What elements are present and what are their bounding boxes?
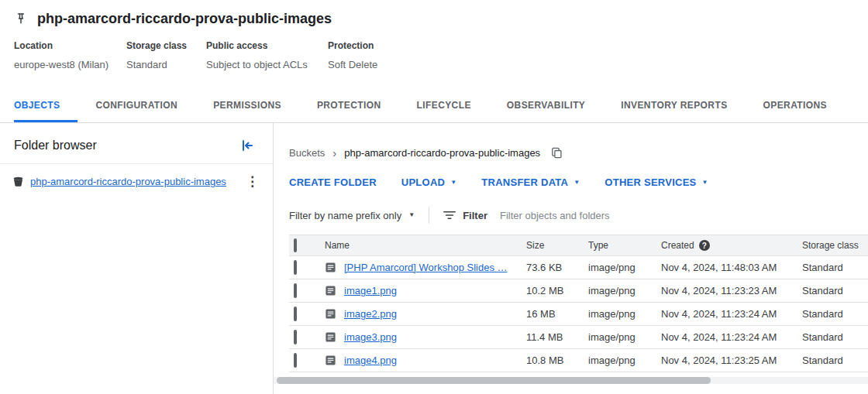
bucket-header: php-amarcord-riccardo-prova-public-image… [0, 0, 868, 91]
vertical-divider [429, 207, 429, 224]
row-checkbox[interactable] [294, 353, 297, 368]
meta-value: Soft Delete [328, 59, 377, 70]
filter-scope-label: Filter by name prefix only [289, 210, 401, 221]
table-row: image4.png 10.8 MB image/png Nov 4, 2024… [289, 349, 868, 372]
filter-scope-dropdown[interactable]: Filter by name prefix only ▼ [289, 210, 415, 221]
collapse-sidebar-icon[interactable] [240, 139, 254, 152]
object-link[interactable]: image3.png [344, 331, 397, 343]
meta-public-access: Public access Subject to object ACLs [206, 40, 328, 70]
table-row: image2.png 16 MB image/png Nov 4, 2024, … [289, 303, 868, 326]
column-header-created: Created [661, 240, 694, 251]
object-link[interactable]: [PHP Amarcord] Workshop Slides … [344, 262, 508, 273]
breadcrumb-buckets-link[interactable]: Buckets [289, 147, 325, 159]
object-storage-class: Standard [802, 308, 868, 320]
select-all-checkbox[interactable] [294, 238, 297, 252]
create-folder-button[interactable]: CREATE FOLDER [289, 176, 377, 188]
bucket-details-page: php-amarcord-riccardo-prova-public-image… [0, 0, 868, 394]
object-size: 16 MB [526, 308, 588, 320]
object-created: Nov 4, 2024, 11:23:24 AM [661, 308, 802, 320]
object-created: Nov 4, 2024, 11:48:03 AM [661, 262, 802, 273]
folder-browser-panel: Folder browser php-amarcor [0, 123, 274, 394]
transfer-data-label: TRANSFER DATA [481, 176, 568, 188]
meta-value: Standard [126, 59, 206, 70]
chevron-down-icon: ▼ [450, 180, 456, 186]
horizontal-scrollbar-thumb[interactable] [277, 377, 711, 384]
bucket-overflow-menu-icon[interactable]: ⋮ [243, 173, 262, 190]
other-services-button[interactable]: OTHER SERVICES ▼ [604, 176, 708, 188]
object-size: 73.6 KB [526, 262, 588, 273]
objects-table: Name Size Type Created ? Storage class [289, 235, 868, 372]
row-checkbox[interactable] [294, 330, 297, 344]
object-link[interactable]: image2.png [344, 308, 397, 320]
transfer-data-button[interactable]: TRANSFER DATA ▼ [481, 176, 580, 188]
object-storage-class: Standard [802, 355, 868, 366]
tab-operations[interactable]: OPERATIONS [746, 91, 845, 122]
tab-observability[interactable]: OBSERVABILITY [489, 91, 603, 122]
meta-label: Protection [328, 40, 377, 51]
breadcrumb: Buckets › php-amarcord-riccardo-prova-pu… [289, 146, 868, 159]
object-size: 10.2 MB [526, 285, 588, 296]
object-type: image/png [588, 355, 661, 366]
meta-value: Subject to object ACLs [206, 59, 328, 70]
tab-objects[interactable]: OBJECTS [14, 91, 78, 122]
object-size: 10.8 MB [526, 355, 588, 366]
bucket-tree-link[interactable]: php-amarcord-riccardo-prova-public-image… [30, 176, 236, 187]
other-services-label: OTHER SERVICES [604, 176, 696, 188]
row-checkbox[interactable] [294, 283, 297, 298]
meta-label: Location [14, 40, 126, 51]
upload-button[interactable]: UPLOAD ▼ [401, 176, 457, 188]
bucket-icon [12, 176, 24, 187]
row-checkbox[interactable] [294, 260, 297, 275]
object-link[interactable]: image1.png [344, 285, 397, 296]
content-area: Folder browser php-amarcor [0, 123, 868, 394]
pin-icon [14, 12, 28, 26]
object-storage-class: Standard [802, 285, 868, 296]
bucket-tree-item[interactable]: php-amarcord-riccardo-prova-public-image… [0, 164, 273, 199]
meta-label: Storage class [126, 40, 206, 51]
column-header-size: Size [526, 240, 588, 251]
filter-label: Filter [463, 210, 487, 221]
meta-label: Public access [206, 40, 328, 51]
object-type: image/png [588, 285, 661, 296]
filter-input[interactable] [498, 209, 868, 222]
filter-list-icon [443, 211, 456, 220]
table-row: [PHP Amarcord] Workshop Slides … 73.6 KB… [289, 256, 868, 279]
help-icon[interactable]: ? [699, 240, 710, 251]
table-row: image1.png 10.2 MB image/png Nov 4, 2024… [289, 279, 868, 303]
column-header-name: Name [325, 240, 526, 251]
object-created: Nov 4, 2024, 11:23:25 AM [661, 355, 802, 366]
tab-lifecycle[interactable]: LIFECYCLE [399, 91, 489, 122]
chevron-right-icon: › [332, 146, 336, 159]
chevron-down-icon: ▼ [701, 180, 708, 186]
table-row: image3.png 11.4 MB image/png Nov 4, 2024… [289, 326, 868, 349]
meta-storage-class: Storage class Standard [126, 40, 206, 70]
chevron-down-icon: ▼ [574, 180, 580, 186]
object-type: image/png [588, 331, 661, 343]
object-storage-class: Standard [802, 262, 868, 273]
object-file-icon [325, 355, 336, 366]
column-header-storage-class: Storage class [802, 240, 868, 251]
object-file-icon [325, 331, 336, 343]
object-created: Nov 4, 2024, 11:23:24 AM [661, 331, 802, 343]
bucket-meta: Location europe-west8 (Milan) Storage cl… [14, 40, 854, 70]
tab-permissions[interactable]: PERMISSIONS [195, 91, 299, 122]
object-size: 11.4 MB [526, 331, 588, 343]
tab-configuration[interactable]: CONFIGURATION [78, 91, 195, 122]
object-link[interactable]: image4.png [344, 355, 397, 366]
meta-value: europe-west8 (Milan) [14, 59, 126, 70]
breadcrumb-current: php-amarcord-riccardo-prova-public-image… [344, 147, 540, 159]
tab-bar: OBJECTS CONFIGURATION PERMISSIONS PROTEC… [0, 91, 868, 123]
filter-bar: Filter by name prefix only ▼ Filter [289, 207, 868, 224]
horizontal-scrollbar[interactable] [274, 377, 868, 384]
object-storage-class: Standard [802, 331, 868, 343]
object-type: image/png [588, 308, 661, 320]
tab-protection[interactable]: PROTECTION [299, 91, 399, 122]
copy-icon[interactable] [551, 147, 563, 159]
meta-protection: Protection Soft Delete [328, 40, 377, 70]
object-file-icon [325, 262, 336, 273]
object-created: Nov 4, 2024, 11:23:23 AM [661, 285, 802, 296]
column-header-type: Type [588, 240, 661, 251]
tab-inventory-reports[interactable]: INVENTORY REPORTS [603, 91, 745, 122]
row-checkbox[interactable] [294, 307, 297, 321]
objects-panel: Buckets › php-amarcord-riccardo-prova-pu… [274, 123, 868, 394]
